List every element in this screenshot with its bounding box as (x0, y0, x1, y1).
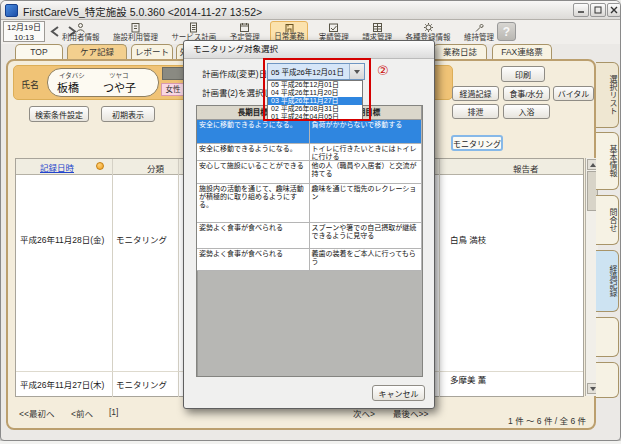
plan-date-dropdown-list: 05 平成26年12月01日 04 平成26年11月20日 03 平成26年11… (267, 80, 363, 120)
excretion-button[interactable]: 排泄 (452, 104, 499, 119)
category-header: 分類 (147, 162, 164, 174)
tab-care-record[interactable]: ケア記録 (67, 44, 127, 60)
title-bar: FirstCareV5_特定施設 5.0.360 <2014-11-27 13:… (1, 1, 621, 20)
column-divider (112, 159, 113, 397)
search-conditions-button[interactable]: 検索条件設定 (29, 106, 89, 122)
maximize-icon (594, 6, 602, 14)
clock-display: 12月19日 10:13 (3, 21, 45, 42)
side-tab-inquiry[interactable]: 問合せ (596, 195, 619, 245)
goals-table: 長期目標 短期目標 安全に移動できるようになる。 負荷がかからないで移動する 安… (196, 105, 423, 377)
bath-button[interactable]: 入浴 (503, 104, 550, 119)
notebook-icon (284, 23, 295, 32)
progress-record-button[interactable]: 経過記録 (452, 86, 499, 101)
tab-work-diary[interactable]: 業務日誌 (433, 44, 487, 60)
goal-row[interactable]: 安全に移動できるようになる。 トイレに行きたいときにはトイレに行ける (197, 144, 422, 161)
name-label: 氏名 (21, 78, 39, 91)
side-tab-selection-list[interactable]: 選択リスト (596, 62, 619, 128)
goal-row[interactable]: 施設内の活動を通じて、趣味活動が積極的に取り組めるようにする。 趣味を通じて指先… (197, 184, 422, 223)
toolbar-item-facility[interactable]: 施設利用管理 (110, 21, 161, 43)
print-button[interactable]: 印刷 (501, 66, 545, 82)
close-icon (610, 6, 618, 14)
initial-display-button[interactable]: 初期表示 (101, 106, 155, 122)
toolbar-item-users[interactable]: 利用者情報 (59, 21, 103, 43)
clock-date: 12月19日 (4, 23, 44, 33)
building-icon (130, 22, 141, 33)
sort-icon[interactable] (96, 162, 104, 170)
monitoring-button[interactable]: モニタリング (451, 135, 503, 151)
reporter-header: 報告者 (513, 162, 539, 174)
results-calendar-icon (328, 22, 339, 33)
side-tab-blank[interactable] (596, 362, 619, 398)
app-icon (5, 4, 18, 17)
annotation-marker: ② (377, 63, 389, 78)
column-divider (439, 159, 440, 397)
record-category: モニタリング (116, 378, 167, 390)
tab-fax[interactable]: FAX連絡票 (492, 44, 552, 60)
close-button[interactable] (607, 3, 621, 17)
monitoring-target-dialog: モニタリング対象選択 計画作成(変更)日 05 平成26年12月01日 計画書(… (183, 40, 435, 409)
record-reporter: 白鳥 満枝 (450, 233, 486, 245)
user-icon (75, 22, 86, 33)
minimize-icon (577, 6, 585, 14)
document-icon (188, 22, 199, 33)
vital-button[interactable]: バイタル (553, 86, 594, 101)
cancel-button[interactable]: キャンセル (372, 385, 425, 401)
meal-hydration-button[interactable]: 食事/水分 (503, 86, 550, 101)
wrench-icon (474, 22, 485, 33)
side-tab-basic-info[interactable]: 基本情報 (596, 132, 619, 190)
combobox-value: 05 平成26年12月01日 (268, 66, 349, 77)
gear-icon (423, 22, 434, 33)
gender-badge: 女性 (161, 83, 185, 96)
help-button[interactable]: ? (497, 22, 516, 41)
dropdown-option[interactable]: 02 平成26年08月31日 (268, 105, 362, 113)
plan-date-label: 計画作成(変更)日 (202, 67, 267, 79)
patient-name-first: つや子 (103, 79, 136, 95)
patient-photo-placeholder (162, 67, 184, 80)
record-reporter: 多摩美 薫 (450, 373, 486, 385)
patient-name-last: 板橋 (57, 79, 79, 95)
dropdown-option[interactable]: 04 平成26年11月20日 (268, 89, 362, 97)
column-divider (178, 159, 179, 397)
record-datetime: 平成26年11月27日(木) (20, 378, 104, 390)
grid-icon (372, 22, 383, 33)
window-title: FirstCareV5_特定施設 5.0.360 <2014-11-27 13:… (23, 4, 262, 19)
dialog-title: モニタリング対象選択 (184, 41, 434, 59)
minimize-button[interactable] (573, 3, 589, 17)
tab-report[interactable]: レポート (131, 44, 173, 60)
dropdown-option[interactable]: 01 平成24年04月05日 (268, 113, 362, 121)
plan-date-combobox[interactable]: 05 平成26年12月01日 (267, 63, 365, 80)
pager-page: [1] (109, 407, 118, 417)
goal-row[interactable]: 安心して施設にいることができる 他の人（職員や入居者）と交流が持てる (197, 161, 422, 184)
record-datetime: 平成26年11月28日(金) (20, 233, 104, 245)
side-tab-blank[interactable] (596, 317, 619, 357)
pager-first[interactable]: <<最初へ (19, 407, 54, 419)
clock-time: 10:13 (4, 33, 44, 43)
toolbar-item-maintenance[interactable]: 維持管理 (461, 21, 497, 43)
goal-row[interactable]: 姿勢よく食事が食べられる 義歯の装着をご本人に行ってもらう (197, 249, 422, 271)
side-tab-progress-record[interactable]: 経過記録 (596, 250, 619, 312)
dropdown-option[interactable]: 05 平成26年12月01日 (268, 81, 362, 89)
maximize-button[interactable] (590, 3, 606, 17)
calendar-icon (239, 22, 250, 33)
goal-row[interactable]: 姿勢よく食事が食べられる スプーンや箸での自己摂取が継続できるように見守る (197, 223, 422, 249)
record-count: 1 件 ～ 6 件 / 全 6 件 (436, 414, 586, 426)
sort-by-datetime-link[interactable]: 記録日時 (40, 159, 74, 174)
app-window: FirstCareV5_特定施設 5.0.360 <2014-11-27 13:… (0, 0, 621, 441)
goal-row[interactable]: 安全に移動できるようになる。 負荷がかからないで移動する (197, 120, 422, 144)
chevron-down-icon[interactable] (349, 64, 364, 79)
tab-top[interactable]: TOP (15, 44, 63, 60)
dropdown-option-selected[interactable]: 03 平成26年11月27日 (268, 97, 362, 105)
pager-prev[interactable]: <前へ (71, 407, 93, 419)
record-category: モニタリング (116, 233, 167, 245)
